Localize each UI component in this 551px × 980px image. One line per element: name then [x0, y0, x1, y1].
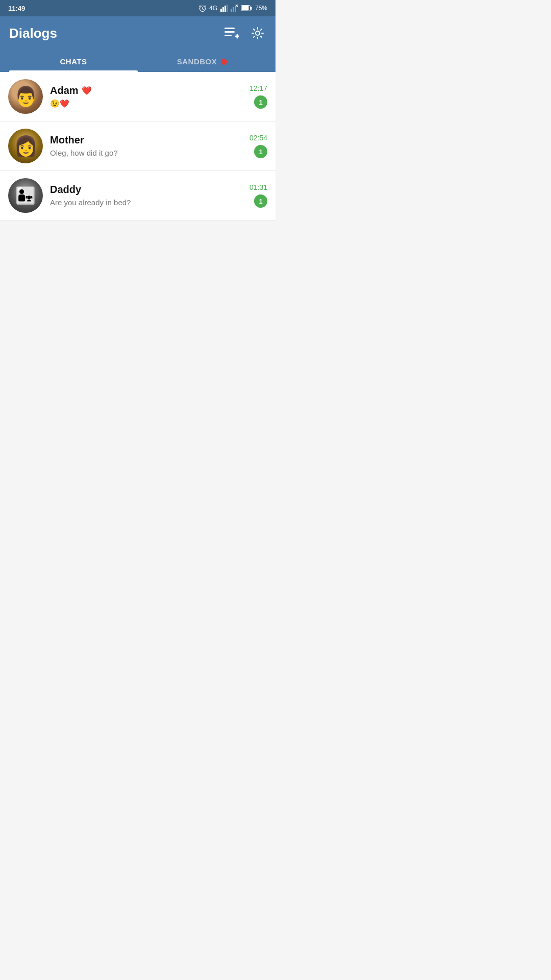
tab-sandbox[interactable]: SANDBOX	[138, 51, 266, 72]
battery-label: 75%	[255, 5, 267, 12]
svg-rect-14	[224, 31, 235, 33]
chat-content-adam: Adam ❤️ 😉❤️	[50, 85, 242, 108]
header-actions	[222, 24, 266, 42]
add-list-button[interactable]	[222, 26, 241, 41]
status-time: 11:49	[8, 5, 25, 12]
svg-rect-15	[224, 35, 232, 36]
svg-rect-11	[241, 6, 248, 11]
chat-meta-adam: 12:17 1	[249, 84, 267, 109]
chat-name-row-daddy: Daddy	[50, 184, 242, 195]
chat-content-mother: Mother Oleg, how did it go?	[50, 134, 242, 158]
chat-name-mother: Mother	[50, 134, 84, 146]
svg-rect-3	[224, 6, 226, 12]
svg-point-18	[256, 31, 260, 35]
svg-rect-1	[220, 9, 222, 12]
chat-meta-daddy: 01:31 1	[249, 183, 267, 208]
chat-content-daddy: Daddy Are you already in bed?	[50, 184, 242, 207]
avatar-adam	[8, 79, 43, 114]
chat-item-mother[interactable]: Mother Oleg, how did it go? 02:54 1	[0, 121, 276, 171]
add-list-icon	[224, 28, 239, 39]
signal-x-icon	[231, 5, 238, 12]
header: Dialogs CHATS	[0, 16, 276, 72]
unread-badge-adam: 1	[254, 95, 267, 109]
svg-rect-2	[222, 7, 224, 12]
unread-badge-mother: 1	[254, 145, 267, 158]
chat-item-adam[interactable]: Adam ❤️ 😉❤️ 12:17 1	[0, 72, 276, 121]
settings-button[interactable]	[249, 24, 266, 42]
chat-time-mother: 02:54	[249, 134, 267, 142]
unread-badge-daddy: 1	[254, 194, 267, 208]
chat-meta-mother: 02:54 1	[249, 134, 267, 158]
chat-name-daddy: Daddy	[50, 184, 81, 195]
chat-time-adam: 12:17	[249, 84, 267, 92]
chat-name-emoji-adam: ❤️	[82, 86, 92, 95]
signal-icon	[220, 5, 228, 12]
tab-chats[interactable]: CHATS	[9, 51, 138, 72]
svg-rect-12	[251, 7, 252, 10]
network-label: 4G	[209, 5, 217, 12]
avatar-daddy	[8, 178, 43, 213]
chat-preview-daddy: Are you already in bed?	[50, 198, 131, 207]
chat-preview-mother: Oleg, how did it go?	[50, 149, 118, 157]
battery-icon	[241, 5, 252, 11]
sandbox-notification-dot	[221, 59, 227, 65]
status-icons: 4G	[199, 5, 267, 12]
chat-name-row-adam: Adam ❤️	[50, 85, 242, 96]
svg-rect-6	[233, 7, 234, 12]
svg-rect-13	[224, 28, 235, 29]
tabs: CHATS SANDBOX	[9, 51, 266, 72]
svg-rect-5	[231, 9, 232, 12]
avatar-mother	[8, 129, 43, 163]
page-title: Dialogs	[9, 26, 57, 41]
alarm-icon	[199, 5, 206, 12]
svg-rect-4	[227, 5, 228, 12]
chat-name-adam: Adam	[50, 85, 79, 96]
chat-item-daddy[interactable]: Daddy Are you already in bed? 01:31 1	[0, 171, 276, 220]
header-top: Dialogs	[9, 24, 266, 51]
chat-name-row-mother: Mother	[50, 134, 242, 146]
chat-time-daddy: 01:31	[249, 183, 267, 191]
status-bar: 11:49 4G	[0, 0, 276, 16]
chat-preview-adam: 😉❤️	[50, 99, 69, 108]
chat-list: Adam ❤️ 😉❤️ 12:17 1 Mother Oleg, how did…	[0, 72, 276, 220]
settings-icon	[251, 27, 264, 40]
